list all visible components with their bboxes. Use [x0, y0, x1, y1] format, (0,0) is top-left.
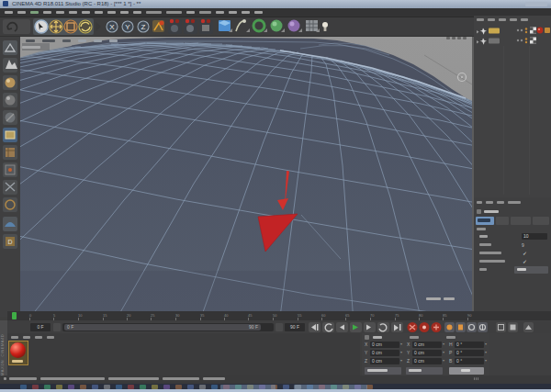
svg-text:D: D [7, 239, 12, 245]
svg-text:X: X [109, 23, 115, 31]
svg-text:Z: Z [141, 23, 146, 31]
svg-text:Y: Y [125, 23, 130, 31]
